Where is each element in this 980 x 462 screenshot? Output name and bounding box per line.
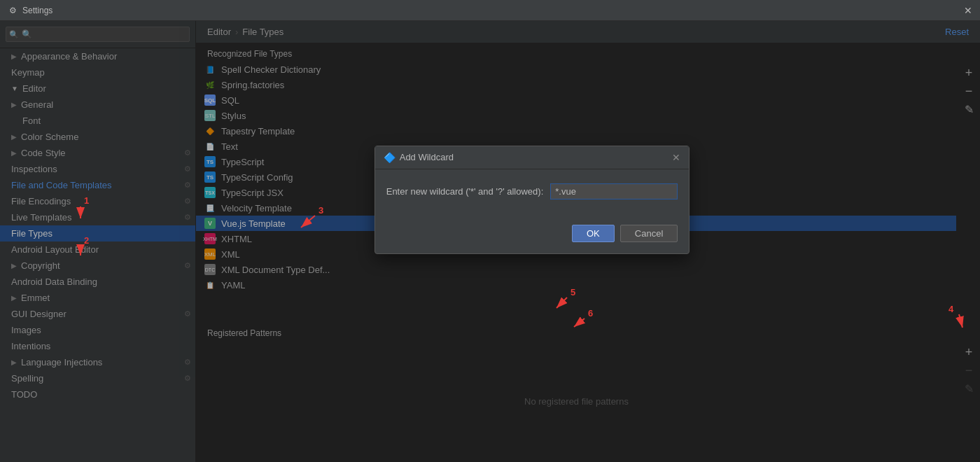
add-wildcard-dialog: 🔷 Add Wildcard ✕ Enter new wildcard ('*'…	[374, 146, 690, 254]
ok-button[interactable]: OK	[572, 225, 615, 242]
dialog-title-text: Add Wildcard	[400, 152, 454, 162]
cancel-button[interactable]: Cancel	[620, 225, 678, 242]
dialog-body: Enter new wildcard ('*' and '?' allowed)…	[375, 169, 690, 225]
dialog-title: 🔷 Add Wildcard	[384, 152, 454, 163]
title-bar: ⚙ Settings ✕	[0, 0, 980, 21]
wildcard-input[interactable]	[550, 183, 678, 200]
app-icon: ⚙	[7, 5, 18, 16]
dialog-title-icon: 🔷	[384, 152, 396, 163]
dialog-close-button[interactable]: ✕	[672, 152, 680, 163]
dialog-overlay: 🔷 Add Wildcard ✕ Enter new wildcard ('*'…	[0, 21, 980, 462]
window-title: Settings	[22, 6, 52, 15]
dialog-input-label: Enter new wildcard ('*' and '?' allowed)…	[386, 186, 544, 197]
dialog-input-row: Enter new wildcard ('*' and '?' allowed)…	[386, 183, 678, 200]
dialog-footer: OK Cancel	[375, 225, 690, 253]
window-controls: ✕	[963, 6, 973, 15]
close-button[interactable]: ✕	[963, 6, 973, 15]
dialog-titlebar: 🔷 Add Wildcard ✕	[375, 146, 690, 169]
